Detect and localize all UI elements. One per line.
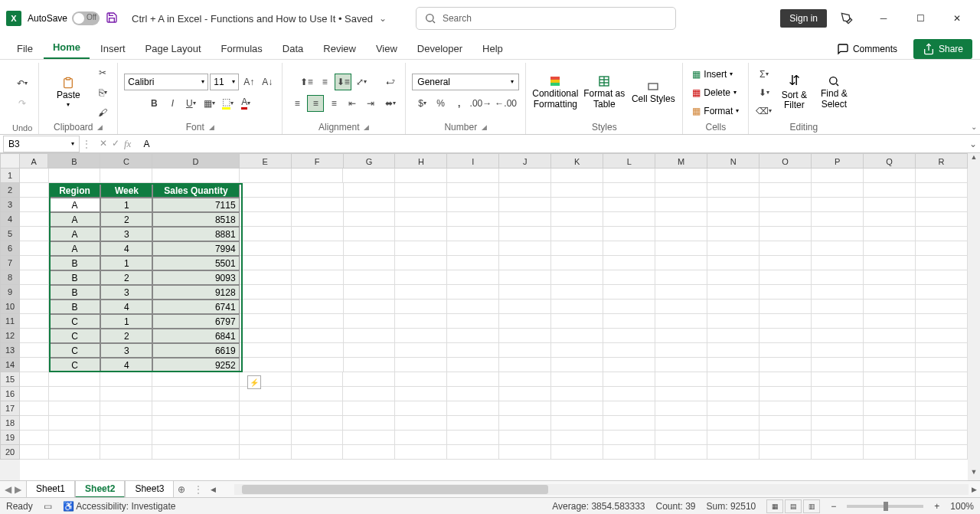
cell-J5[interactable] xyxy=(499,227,551,241)
cell-F16[interactable] xyxy=(292,387,344,401)
cell-K16[interactable] xyxy=(551,387,603,401)
paste-button[interactable]: Paste▾ xyxy=(45,67,91,118)
cell-F2[interactable] xyxy=(292,183,344,198)
cell-C20[interactable] xyxy=(100,445,152,460)
hscroll-right-icon[interactable]: ▶ xyxy=(969,486,980,493)
cell-E17[interactable] xyxy=(240,401,292,416)
zoom-slider[interactable] xyxy=(847,505,923,508)
cell-B15[interactable] xyxy=(49,372,101,387)
cell-K17[interactable] xyxy=(551,401,603,416)
cell-J1[interactable] xyxy=(499,169,551,183)
quick-analysis-icon[interactable]: ⚡ xyxy=(247,375,261,389)
cell-D2[interactable]: Sales Quantity xyxy=(152,183,239,198)
cell-D16[interactable] xyxy=(152,387,239,401)
row-header-2[interactable]: 2 xyxy=(0,183,20,198)
cell-P11[interactable] xyxy=(812,314,864,329)
cell-I20[interactable] xyxy=(447,445,499,460)
cell-F11[interactable] xyxy=(292,314,344,329)
row-header-4[interactable]: 4 xyxy=(0,212,20,227)
hscroll-left-icon[interactable]: ◀ xyxy=(207,486,219,493)
cell-P16[interactable] xyxy=(812,387,864,401)
cell-N15[interactable] xyxy=(707,372,760,387)
cell-L1[interactable] xyxy=(603,169,655,183)
wrap-text-button[interactable]: ⮐ xyxy=(382,74,399,90)
cell-H1[interactable] xyxy=(395,169,447,183)
cell-E5[interactable] xyxy=(240,227,292,241)
cell-G1[interactable] xyxy=(343,169,395,183)
cell-K13[interactable] xyxy=(551,343,603,358)
cell-M2[interactable] xyxy=(655,183,707,198)
cell-D3[interactable]: 7115 xyxy=(152,198,239,212)
cell-G13[interactable] xyxy=(344,343,396,358)
cell-O19[interactable] xyxy=(760,431,812,445)
cell-O11[interactable] xyxy=(760,314,812,329)
cell-G12[interactable] xyxy=(344,329,396,343)
cell-K19[interactable] xyxy=(551,431,603,445)
cell-C17[interactable] xyxy=(100,401,152,416)
align-middle-button[interactable]: ≡ xyxy=(316,74,333,90)
cell-E20[interactable] xyxy=(240,445,292,460)
cell-M18[interactable] xyxy=(655,416,707,431)
cell-M7[interactable] xyxy=(655,256,707,270)
cell-E12[interactable] xyxy=(240,329,292,343)
font-color-button[interactable]: A ▾ xyxy=(237,95,254,112)
cell-K1[interactable] xyxy=(551,169,603,183)
cell-C11[interactable]: 1 xyxy=(100,314,152,329)
cell-L3[interactable] xyxy=(603,198,655,212)
column-header-G[interactable]: G xyxy=(344,153,396,169)
cell-C6[interactable]: 4 xyxy=(100,241,152,256)
cell-P3[interactable] xyxy=(812,198,864,212)
number-format-select[interactable]: General▾ xyxy=(412,74,519,90)
cell-C18[interactable] xyxy=(100,416,152,431)
cell-D13[interactable]: 6619 xyxy=(152,343,239,358)
save-icon[interactable] xyxy=(106,11,119,25)
cell-B11[interactable]: C xyxy=(49,314,101,329)
cell-Q12[interactable] xyxy=(864,329,916,343)
cell-G4[interactable] xyxy=(344,212,396,227)
row-header-10[interactable]: 10 xyxy=(0,300,20,314)
page-layout-view-button[interactable]: ▤ xyxy=(785,499,802,513)
cell-B4[interactable]: A xyxy=(49,212,101,227)
cell-D20[interactable] xyxy=(152,445,239,460)
align-top-button[interactable]: ⬆≡ xyxy=(298,74,315,90)
scroll-down-icon[interactable]: ▼ xyxy=(968,468,980,480)
cell-M19[interactable] xyxy=(655,431,707,445)
cell-E10[interactable] xyxy=(240,300,292,314)
cell-G6[interactable] xyxy=(344,241,396,256)
cell-F8[interactable] xyxy=(292,270,344,285)
cell-A4[interactable] xyxy=(20,212,49,227)
align-right-button[interactable]: ≡ xyxy=(325,95,342,112)
scroll-up-icon[interactable]: ▲ xyxy=(968,153,980,165)
cell-B14[interactable]: C xyxy=(49,358,101,372)
normal-view-button[interactable]: ▦ xyxy=(766,499,783,513)
cell-F20[interactable] xyxy=(292,445,344,460)
cell-R1[interactable] xyxy=(916,169,968,183)
italic-button[interactable]: I xyxy=(164,95,181,112)
cell-C3[interactable]: 1 xyxy=(100,198,152,212)
cell-D15[interactable] xyxy=(152,372,239,387)
cell-B5[interactable]: A xyxy=(49,227,101,241)
cell-G17[interactable] xyxy=(343,401,395,416)
format-cells-button[interactable]: ▦Format ▾ xyxy=(689,103,742,119)
row-header-20[interactable]: 20 xyxy=(0,445,20,460)
cell-A8[interactable] xyxy=(20,270,49,285)
cell-styles-button[interactable]: Cell Styles xyxy=(630,67,676,118)
align-bottom-button[interactable]: ⬇≡ xyxy=(335,74,351,90)
cell-E9[interactable] xyxy=(240,285,292,300)
cell-D4[interactable]: 8518 xyxy=(152,212,239,227)
sort-filter-button[interactable]: ⇵Sort & Filter xyxy=(776,67,812,118)
cell-J8[interactable] xyxy=(499,270,551,285)
cell-P20[interactable] xyxy=(812,445,864,460)
comma-button[interactable]: , xyxy=(451,95,468,112)
cell-E2[interactable] xyxy=(240,183,292,198)
cell-L4[interactable] xyxy=(603,212,655,227)
row-header-8[interactable]: 8 xyxy=(0,270,20,285)
cell-I11[interactable] xyxy=(447,314,499,329)
cell-C13[interactable]: 3 xyxy=(100,343,152,358)
cell-L7[interactable] xyxy=(603,256,655,270)
zoom-in-button[interactable]: + xyxy=(934,501,939,512)
cell-M11[interactable] xyxy=(655,314,707,329)
cell-P13[interactable] xyxy=(812,343,864,358)
cell-R10[interactable] xyxy=(916,300,968,314)
cell-A7[interactable] xyxy=(20,256,49,270)
